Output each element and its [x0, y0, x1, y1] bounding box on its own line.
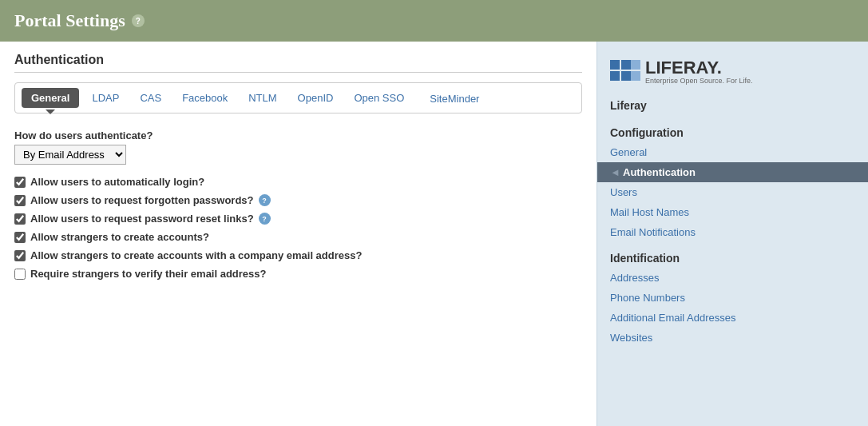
sidebar-item-config-users[interactable]: Users	[597, 182, 868, 202]
main-content: Authentication General LDAP CAS Facebook…	[0, 42, 597, 426]
svg-rect-4	[631, 60, 640, 70]
sidebar-item-id-addresses[interactable]: Addresses	[597, 268, 868, 288]
cb-auto-login-label: Allow users to automatically login?	[30, 176, 204, 188]
sidebar-item-config-general[interactable]: General	[597, 142, 868, 162]
cb-strangers-create[interactable]	[14, 232, 26, 243]
cb-verify-email[interactable]	[14, 269, 26, 280]
section-title: Authentication	[14, 53, 582, 73]
checkbox-auto-login: Allow users to automatically login?	[14, 176, 582, 188]
page-header: Portal Settings ?	[0, 0, 868, 42]
info-icon-pw-reset[interactable]: ?	[259, 213, 271, 225]
svg-rect-3	[621, 71, 631, 81]
tab-cas[interactable]: CAS	[132, 89, 169, 107]
tab-ldap[interactable]: LDAP	[84, 89, 127, 107]
sidebar-section-identification: Identification	[597, 245, 868, 268]
checkbox-pw-reset: Allow users to request password reset li…	[14, 213, 582, 225]
auth-method-select-wrap: By Email Address By Screen Name By User …	[14, 145, 582, 165]
cb-auto-login[interactable]	[14, 177, 26, 188]
auth-method-label: How do users authenticate?	[14, 129, 582, 141]
tab-siteminder[interactable]: SiteMinder	[422, 90, 487, 108]
sidebar-item-config-auth[interactable]: Authentication	[597, 162, 868, 182]
cb-strangers-company-email[interactable]	[14, 250, 26, 261]
cb-verify-email-label: Require strangers to verify their email …	[30, 268, 267, 280]
header-help-icon[interactable]: ?	[132, 14, 145, 27]
sidebar-item-config-email-notif[interactable]: Email Notifications	[597, 222, 868, 242]
tab-general[interactable]: General	[22, 88, 79, 108]
tab-ntlm[interactable]: NTLM	[240, 89, 284, 107]
svg-rect-0	[610, 60, 620, 70]
cb-strangers-company-email-label: Allow strangers to create accounts with …	[30, 249, 362, 261]
auth-method-group: How do users authenticate? By Email Addr…	[14, 129, 582, 165]
sidebar-logo: LIFERAY. Enterprise Open Source. For Lif…	[597, 53, 868, 94]
tabs-container: General LDAP CAS Facebook NTLM OpenID Op…	[14, 82, 582, 113]
cb-pw-reset[interactable]	[14, 213, 26, 225]
sidebar-item-id-websites[interactable]: Websites	[597, 328, 868, 348]
sidebar-item-config-mail-host[interactable]: Mail Host Names	[597, 202, 868, 222]
logo-text-wrap: LIFERAY. Enterprise Open Source. For Lif…	[645, 59, 753, 85]
cb-strangers-create-label: Allow strangers to create accounts?	[30, 231, 209, 243]
info-icon-forgotten-pw[interactable]: ?	[259, 194, 271, 206]
page-title: Portal Settings	[14, 10, 125, 31]
sidebar-item-id-email[interactable]: Additional Email Addresses	[597, 308, 868, 328]
liferay-brand: LIFERAY.	[645, 59, 753, 77]
checkbox-verify-email: Require strangers to verify their email …	[14, 268, 582, 280]
liferay-sub: Enterprise Open Source. For Life.	[645, 77, 753, 85]
tab-open-sso[interactable]: Open SSO	[346, 89, 412, 107]
checkbox-strangers-create: Allow strangers to create accounts?	[14, 231, 582, 243]
cb-pw-reset-label: Allow users to request password reset li…	[30, 213, 254, 225]
sidebar: LIFERAY. Enterprise Open Source. For Lif…	[597, 42, 868, 426]
cb-forgotten-pw[interactable]	[14, 195, 26, 206]
checkbox-strangers-company-email: Allow strangers to create accounts with …	[14, 249, 582, 261]
sidebar-portal-name: Liferay	[597, 94, 868, 120]
tab-facebook[interactable]: Facebook	[174, 89, 236, 107]
liferay-logo-icon	[610, 60, 640, 84]
svg-rect-1	[621, 60, 631, 70]
sidebar-item-id-phone[interactable]: Phone Numbers	[597, 288, 868, 308]
svg-rect-5	[631, 71, 640, 81]
liferay-logo: LIFERAY. Enterprise Open Source. For Lif…	[610, 59, 753, 85]
cb-forgotten-pw-label: Allow users to request forgotten passwor…	[30, 194, 254, 206]
checkbox-forgotten-pw: Allow users to request forgotten passwor…	[14, 194, 582, 206]
auth-method-select[interactable]: By Email Address By Screen Name By User …	[14, 145, 126, 165]
svg-rect-2	[610, 71, 620, 81]
sidebar-section-configuration: Configuration	[597, 120, 868, 142]
tab-openid[interactable]: OpenID	[290, 89, 342, 107]
layout: Authentication General LDAP CAS Facebook…	[0, 42, 868, 426]
